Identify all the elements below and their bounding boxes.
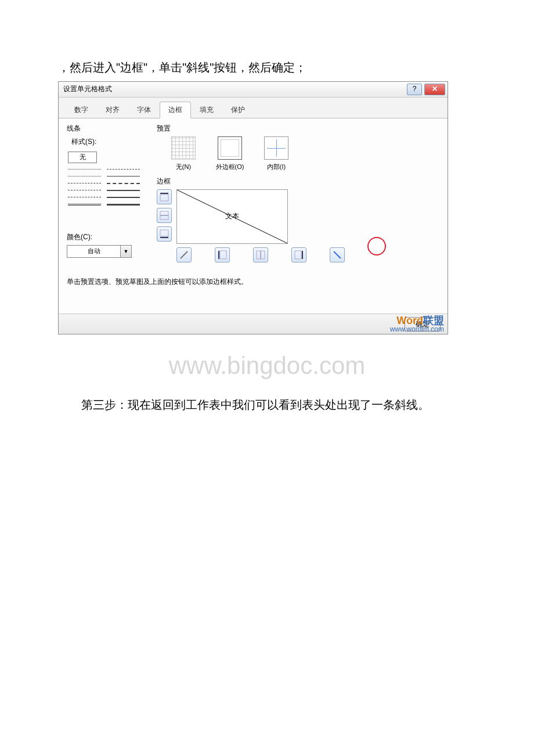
line-style-option[interactable]	[107, 181, 140, 185]
line-group-label: 线条	[67, 123, 151, 134]
line-style-option[interactable]	[68, 201, 101, 206]
line-style-option[interactable]	[107, 188, 140, 192]
preset-outline-label: 外边框(O)	[216, 163, 244, 170]
help-button[interactable]: ?	[407, 84, 422, 95]
preset-outline[interactable]: 外边框(O)	[215, 136, 245, 172]
line-style-option[interactable]	[68, 167, 101, 171]
tab-font[interactable]: 字体	[128, 102, 160, 118]
tab-number[interactable]: 数字	[66, 102, 97, 118]
tab-protect[interactable]: 保护	[222, 102, 254, 118]
format-cells-dialog: 设置单元格格式 ? ✕ 数字 对齐 字体 边框 填充 保护 线条 样式(S): …	[58, 81, 448, 334]
step3-text: 第三步：现在返回到工作表中我们可以看到表头处出现了一条斜线。	[58, 395, 476, 414]
border-top-button[interactable]	[157, 189, 172, 204]
svg-rect-5	[160, 237, 168, 238]
dialog-footer: 确定 Word联盟 www.wordlm.com	[59, 314, 448, 334]
preset-none-icon	[171, 136, 196, 160]
svg-line-14	[334, 251, 341, 258]
dialog-body: 线条 样式(S): 无	[59, 118, 448, 314]
line-style-option[interactable]	[107, 174, 140, 178]
intro-text: ，然后进入"边框"，单击"斜线"按钮，然后确定；	[58, 58, 476, 77]
style-none-option[interactable]: 无	[68, 152, 97, 163]
line-style-option[interactable]	[107, 167, 140, 171]
hint-text: 单击预置选项、预览草图及上面的按钮可以添加边框样式。	[67, 276, 439, 287]
tab-strip: 数字 对齐 字体 边框 填充 保护	[59, 98, 448, 118]
preset-outline-icon	[218, 136, 242, 160]
close-button[interactable]: ✕	[424, 84, 445, 95]
border-right-button[interactable]	[291, 247, 306, 262]
style-label: 样式(S):	[71, 136, 151, 147]
svg-rect-4	[160, 230, 168, 236]
line-style-option[interactable]	[68, 195, 101, 199]
border-group-label: 边框	[157, 176, 439, 187]
line-style-option[interactable]	[107, 201, 140, 206]
border-left-button[interactable]	[215, 247, 230, 262]
preview-text: 文本	[225, 211, 239, 222]
svg-rect-8	[218, 251, 219, 259]
svg-rect-9	[220, 251, 226, 259]
preset-none-label: 无(N)	[176, 163, 191, 170]
color-select[interactable]: 自动 ▼	[67, 245, 132, 258]
preset-inside-icon	[264, 136, 288, 160]
svg-rect-1	[160, 195, 168, 201]
border-vmiddle-button[interactable]	[253, 247, 268, 262]
line-style-option[interactable]	[107, 195, 140, 199]
tab-fill[interactable]: 填充	[191, 102, 222, 118]
preset-none[interactable]: 无(N)	[168, 136, 199, 172]
color-value: 自动	[67, 246, 120, 257]
preset-inside[interactable]: 内部(I)	[261, 136, 291, 172]
color-label: 颜色(C):	[67, 232, 151, 243]
line-style-option[interactable]	[68, 188, 101, 192]
preset-group-label: 预置	[157, 123, 439, 134]
titlebar: 设置单元格格式 ? ✕	[59, 82, 448, 98]
line-style-option[interactable]	[68, 174, 101, 178]
border-bottom-button[interactable]	[157, 226, 172, 242]
preset-inside-label: 内部(I)	[267, 163, 286, 170]
border-diag-down-button[interactable]	[330, 247, 345, 262]
border-middle-button[interactable]	[157, 208, 172, 223]
border-preview[interactable]: 文本	[176, 189, 288, 244]
svg-rect-0	[160, 193, 168, 194]
dialog-title: 设置单元格格式	[63, 84, 112, 95]
dropdown-arrow-icon[interactable]: ▼	[120, 246, 131, 257]
ok-button[interactable]: 确定	[405, 317, 441, 332]
line-style-option[interactable]	[68, 181, 101, 185]
svg-line-7	[181, 251, 187, 258]
svg-rect-13	[302, 251, 303, 259]
tab-align[interactable]: 对齐	[97, 102, 128, 118]
tab-border[interactable]: 边框	[160, 102, 191, 118]
line-style-list[interactable]: 无	[67, 150, 141, 228]
page-watermark: www.bingdoc.com	[58, 346, 476, 385]
svg-rect-12	[295, 251, 301, 259]
border-diag-up-button[interactable]	[176, 247, 192, 262]
